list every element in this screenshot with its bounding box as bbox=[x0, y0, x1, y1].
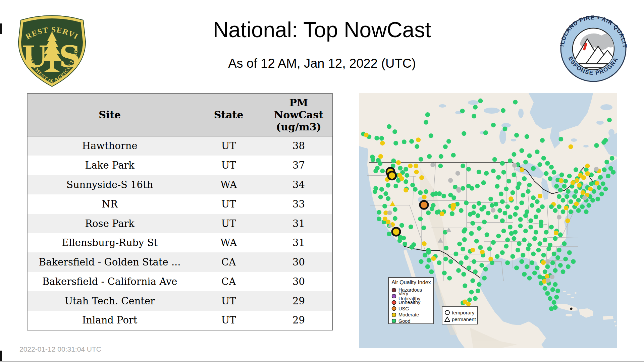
monitor-dot bbox=[569, 144, 573, 149]
legend-item-very-unhealthy: Very Unhealthy bbox=[391, 293, 431, 300]
monitor-dot bbox=[396, 160, 401, 165]
monitor-dot bbox=[423, 253, 427, 257]
monitor-dot bbox=[520, 167, 524, 172]
monitor-dot bbox=[561, 269, 566, 274]
monitor-dot bbox=[421, 226, 426, 230]
monitor-dot bbox=[522, 176, 527, 181]
monitor-dot bbox=[545, 291, 550, 296]
monitor-dot bbox=[472, 259, 476, 264]
monitor-dot bbox=[508, 196, 513, 201]
monitor-dot bbox=[519, 200, 524, 205]
monitor-dot bbox=[441, 194, 446, 198]
site-cell: Bakersfield - Golden State ... bbox=[27, 252, 192, 272]
monitor-dot bbox=[603, 186, 608, 191]
legend-item-usg: USG bbox=[391, 306, 431, 312]
monitor-dot bbox=[501, 170, 506, 175]
monitor-dot bbox=[473, 296, 478, 301]
monitor-dot bbox=[557, 248, 561, 252]
monitor-dot bbox=[599, 192, 604, 196]
state-cell: CA bbox=[192, 252, 265, 272]
monitor-dot bbox=[463, 284, 467, 288]
value-cell: 29 bbox=[265, 291, 332, 311]
monitor-dot bbox=[479, 263, 484, 268]
monitor-dot bbox=[470, 278, 475, 283]
moderate-swatch-icon bbox=[391, 312, 396, 317]
monitor-dot bbox=[558, 263, 563, 268]
monitor-dot bbox=[549, 225, 554, 230]
monitor-dot bbox=[467, 297, 472, 302]
monitor-dot bbox=[401, 236, 406, 240]
monitor-dot bbox=[501, 229, 506, 233]
monitor-dot bbox=[456, 268, 461, 273]
monitor-dot bbox=[553, 305, 557, 310]
monitor-dot bbox=[574, 167, 578, 172]
monitor-dot bbox=[409, 225, 413, 229]
monitor-dot bbox=[405, 173, 409, 178]
monitor-dot bbox=[569, 209, 573, 214]
monitor-type-legend: temporary permanent bbox=[442, 306, 478, 324]
monitor-dot bbox=[386, 196, 390, 201]
monitor-dot bbox=[418, 190, 423, 195]
value-cell: 30 bbox=[265, 252, 332, 272]
monitor-dot bbox=[554, 231, 558, 235]
monitor-dot bbox=[469, 231, 474, 236]
monitor-dot bbox=[491, 123, 496, 127]
monitor-dot bbox=[513, 230, 518, 235]
monitor-dot bbox=[586, 203, 591, 208]
monitor-dot bbox=[577, 183, 582, 188]
monitor-dot bbox=[518, 224, 523, 228]
monitor-dot bbox=[427, 154, 432, 159]
monitor-dot bbox=[419, 175, 424, 180]
state-cell: WA bbox=[192, 175, 265, 194]
monitor-dot bbox=[439, 154, 443, 159]
monitor-dot bbox=[595, 181, 599, 186]
monitor-dot bbox=[464, 255, 469, 260]
site-cell: Rose Park bbox=[27, 214, 192, 233]
monitor-dot bbox=[473, 105, 478, 110]
monitor-dot bbox=[604, 160, 609, 164]
monitor-dot bbox=[517, 241, 522, 246]
monitor-dot bbox=[550, 260, 555, 265]
monitor-dot bbox=[459, 208, 464, 213]
top-site-ring-marker bbox=[392, 228, 400, 236]
monitor-dot bbox=[443, 230, 447, 235]
monitor-dot bbox=[534, 230, 538, 235]
monitor-dot bbox=[481, 180, 486, 185]
monitor-dot bbox=[470, 248, 475, 252]
monitor-dot bbox=[397, 238, 402, 243]
monitor-dot bbox=[461, 186, 465, 191]
monitor-dot bbox=[424, 189, 428, 194]
table-row: Sunnyside-S 16th WA 34 bbox=[27, 175, 332, 194]
monitor-dot bbox=[422, 195, 427, 199]
monitor-dot bbox=[564, 205, 569, 210]
table-row: Ellensburg-Ruby St WA 31 bbox=[27, 233, 332, 252]
monitor-dot bbox=[488, 197, 493, 201]
usg-swatch-icon bbox=[391, 306, 396, 311]
monitor-dot bbox=[392, 129, 397, 134]
monitor-dot bbox=[535, 149, 540, 154]
monitor-dot bbox=[461, 272, 466, 277]
monitor-dot bbox=[565, 219, 570, 223]
monitor-dot bbox=[470, 186, 474, 191]
monitor-dot bbox=[504, 186, 508, 191]
value-cell: 38 bbox=[265, 136, 332, 156]
monitor-dot bbox=[512, 236, 516, 241]
monitor-dot bbox=[450, 206, 455, 211]
monitor-dot bbox=[552, 170, 556, 175]
monitor-dot bbox=[422, 241, 427, 246]
monitor-dot bbox=[595, 197, 600, 201]
monitor-dot bbox=[477, 282, 482, 287]
value-cell: 37 bbox=[265, 156, 332, 175]
monitor-dot bbox=[574, 201, 579, 206]
monitor-dot bbox=[527, 153, 532, 158]
monitor-dot bbox=[546, 278, 550, 283]
monitor-dot bbox=[558, 137, 563, 141]
legend-item-moderate: Moderate bbox=[391, 312, 431, 318]
monitor-dot bbox=[514, 205, 519, 210]
very-unhealthy-swatch-icon bbox=[391, 294, 396, 299]
monitor-dot bbox=[601, 181, 605, 186]
monitor-dot bbox=[494, 215, 498, 219]
monitor-dot bbox=[559, 178, 564, 183]
monitor-dot bbox=[387, 232, 391, 236]
monitor-dot bbox=[483, 267, 488, 272]
